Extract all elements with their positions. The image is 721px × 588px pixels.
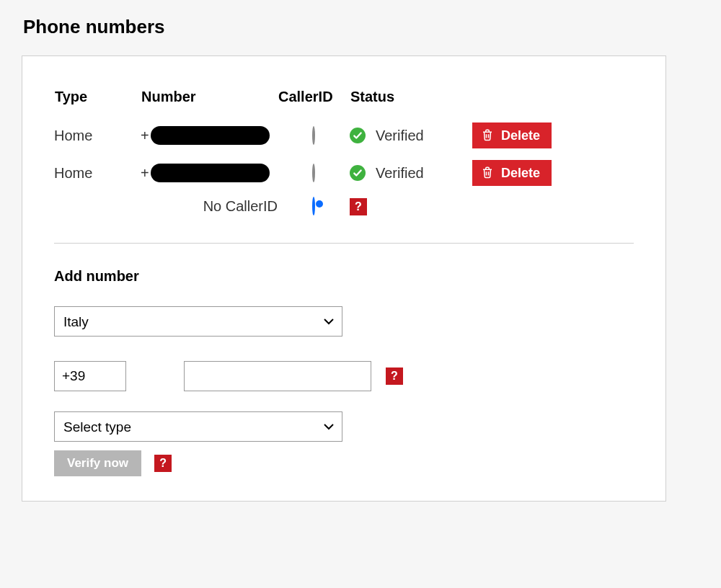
col-type: Type (54, 88, 141, 117)
row-type: Home (54, 117, 141, 154)
divider (54, 243, 634, 244)
phone-table: Type Number CallerID Status Home + (54, 88, 634, 221)
callerid-radio[interactable] (312, 164, 315, 182)
col-number: Number (141, 88, 278, 117)
delete-label: Delete (501, 129, 540, 142)
country-label: Country (56, 292, 634, 303)
callerid-radio[interactable] (312, 126, 315, 145)
type-label: Type (56, 397, 634, 409)
help-icon[interactable]: ? (386, 368, 403, 385)
number-label: Number (102, 347, 141, 358)
country-select[interactable]: Italy (54, 306, 342, 337)
delete-button[interactable]: Delete (472, 122, 552, 148)
verify-button[interactable]: Verify now (54, 450, 141, 476)
prefix-plus: + (141, 165, 149, 182)
no-callerid-radio[interactable] (312, 197, 315, 215)
table-row: Home + (54, 117, 634, 154)
verified-check-icon (350, 128, 366, 143)
no-callerid-row: No CallerID ? (54, 192, 634, 221)
status-text: Verified (376, 128, 424, 144)
redacted-number (151, 126, 270, 145)
verified-check-icon (350, 165, 366, 181)
no-callerid-label: No CallerID (141, 192, 278, 221)
row-type: Home (54, 154, 141, 192)
add-number-title: Add number (54, 268, 634, 285)
prefix-input[interactable] (54, 361, 126, 391)
page-title: Phone numbers (23, 16, 699, 38)
table-row: Home + (54, 154, 634, 192)
phone-numbers-panel: Type Number CallerID Status Home + (22, 55, 666, 502)
trash-icon (481, 165, 494, 182)
status-text: Verified (376, 165, 424, 182)
row-number: + (141, 164, 278, 182)
type-select[interactable]: Select type (54, 411, 342, 442)
prefix-plus: + (141, 128, 149, 144)
number-input[interactable] (184, 361, 371, 391)
col-callerid: CallerID (278, 88, 350, 117)
help-icon[interactable]: ? (350, 198, 367, 215)
row-number: + (141, 126, 278, 145)
delete-button[interactable]: Delete (472, 160, 552, 186)
redacted-number (151, 164, 270, 182)
help-icon[interactable]: ? (154, 455, 172, 472)
delete-label: Delete (501, 166, 540, 179)
col-status: Status (350, 88, 472, 117)
trash-icon (481, 128, 494, 144)
prefix-label: Prefix (56, 347, 84, 358)
